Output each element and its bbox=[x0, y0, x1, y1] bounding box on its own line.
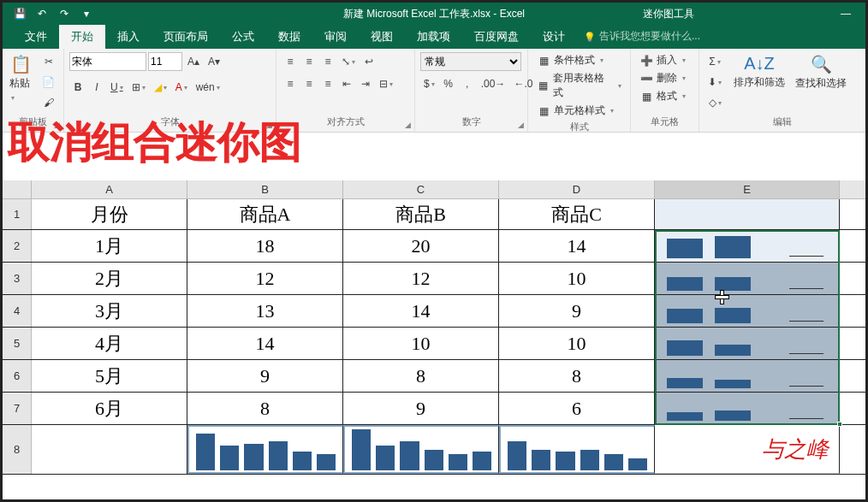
row-header[interactable]: 7 bbox=[3, 393, 32, 424]
delete-cells-button[interactable]: ➖删除 bbox=[636, 70, 689, 86]
currency-icon[interactable]: $ bbox=[420, 74, 438, 93]
copy-icon[interactable]: 📄 bbox=[39, 73, 58, 92]
dialog-launcher-icon[interactable]: ◢ bbox=[515, 120, 526, 130]
orientation-icon[interactable]: ⤡ bbox=[338, 52, 359, 71]
cell-styles-button[interactable]: ▦单元格样式 bbox=[533, 103, 625, 119]
font-color-button[interactable]: A bbox=[172, 78, 191, 97]
col-header-D[interactable]: D bbox=[499, 180, 655, 198]
tell-me[interactable]: 告诉我您想要做什么... bbox=[577, 24, 707, 49]
indent-increase-icon[interactable]: ⇥ bbox=[357, 74, 374, 93]
find-select-button[interactable]: 🔍 查找和选择 bbox=[794, 52, 848, 92]
fill-color-button[interactable]: ◢ bbox=[151, 78, 170, 97]
align-top-icon[interactable]: ≡ bbox=[282, 52, 299, 71]
cell[interactable] bbox=[655, 199, 840, 229]
row-header[interactable]: 4 bbox=[3, 295, 32, 327]
cell[interactable]: 商品A bbox=[187, 199, 343, 229]
percent-icon[interactable]: % bbox=[440, 74, 457, 93]
tab-view[interactable]: 视图 bbox=[359, 25, 405, 49]
cell[interactable] bbox=[32, 425, 187, 474]
row-header[interactable]: 5 bbox=[3, 328, 32, 359]
row-header[interactable]: 2 bbox=[3, 230, 32, 262]
sort-filter-button[interactable]: A↓Z 排序和筛选 bbox=[732, 52, 787, 92]
cell[interactable]: 8 bbox=[499, 360, 655, 392]
row-header[interactable]: 8 bbox=[3, 425, 32, 474]
cell[interactable]: 5月 bbox=[32, 360, 187, 392]
align-left-icon[interactable]: ≡ bbox=[282, 74, 299, 93]
align-center-icon[interactable]: ≡ bbox=[300, 74, 318, 93]
align-bottom-icon[interactable]: ≡ bbox=[319, 52, 336, 71]
qat-dropdown-icon[interactable]: ▾ bbox=[76, 5, 97, 22]
cell[interactable]: 6 bbox=[499, 393, 655, 424]
decrease-font-icon[interactable]: A▾ bbox=[205, 52, 223, 71]
cell[interactable]: 月份 bbox=[32, 199, 187, 229]
tab-data[interactable]: 数据 bbox=[266, 25, 312, 49]
cell[interactable]: 10 bbox=[499, 328, 655, 359]
cell[interactable]: 14 bbox=[343, 295, 499, 327]
phonetic-button[interactable]: wén bbox=[193, 78, 223, 97]
sparkline-cell[interactable] bbox=[655, 360, 840, 392]
col-header-E[interactable]: E bbox=[655, 180, 840, 198]
font-name-select[interactable] bbox=[69, 52, 146, 71]
tab-design[interactable]: 设计 bbox=[531, 25, 577, 49]
tab-review[interactable]: 审阅 bbox=[312, 25, 359, 49]
align-right-icon[interactable]: ≡ bbox=[319, 74, 336, 93]
tab-file[interactable]: 文件 bbox=[13, 25, 59, 49]
signature-cell[interactable]: 与之峰 bbox=[655, 425, 840, 474]
cell[interactable]: 8 bbox=[187, 393, 343, 424]
worksheet[interactable]: A B C D E 1 月份 商品A 商品B 商品C 2 1月 18 20 14… bbox=[3, 180, 865, 499]
insert-cells-button[interactable]: ➕插入 bbox=[636, 52, 689, 68]
cell[interactable]: 14 bbox=[187, 328, 343, 359]
border-button[interactable]: ⊞ bbox=[128, 78, 149, 97]
cell[interactable]: 1月 bbox=[32, 230, 187, 262]
minimize-icon[interactable]: — bbox=[826, 3, 865, 25]
tab-page-layout[interactable]: 页面布局 bbox=[152, 25, 220, 49]
sparkline-cell[interactable] bbox=[655, 230, 840, 262]
cell[interactable]: 18 bbox=[187, 230, 343, 262]
cell[interactable]: 12 bbox=[187, 263, 343, 294]
increase-decimal-icon[interactable]: .00→ bbox=[478, 74, 509, 93]
cell[interactable]: 14 bbox=[499, 230, 655, 262]
increase-font-icon[interactable]: A▴ bbox=[184, 52, 203, 71]
col-header-B[interactable]: B bbox=[187, 180, 343, 198]
dialog-launcher-icon[interactable]: ◢ bbox=[264, 120, 274, 130]
conditional-format-button[interactable]: ▦条件格式 bbox=[533, 52, 625, 68]
cell[interactable]: 2月 bbox=[32, 263, 187, 294]
paste-button[interactable]: 📋 粘贴 bbox=[8, 52, 33, 104]
cell[interactable]: 商品C bbox=[499, 199, 655, 229]
sparkline-cell[interactable] bbox=[499, 425, 655, 474]
row-header[interactable]: 1 bbox=[3, 199, 32, 229]
cut-icon[interactable]: ✂ bbox=[39, 52, 58, 71]
dialog-launcher-icon[interactable]: ◢ bbox=[402, 120, 413, 130]
col-header-A[interactable]: A bbox=[32, 180, 187, 198]
dialog-launcher-icon[interactable]: ◢ bbox=[51, 120, 62, 130]
sparkline-cell[interactable] bbox=[655, 393, 840, 424]
col-header-C[interactable]: C bbox=[343, 180, 499, 198]
underline-button[interactable]: U bbox=[107, 78, 127, 97]
cell[interactable]: 8 bbox=[343, 360, 499, 392]
format-painter-icon[interactable]: 🖌 bbox=[39, 93, 58, 112]
fill-handle[interactable] bbox=[837, 422, 842, 427]
italic-button[interactable]: I bbox=[88, 78, 105, 97]
cell[interactable]: 12 bbox=[343, 263, 499, 294]
cell[interactable]: 20 bbox=[343, 230, 499, 262]
tab-formulas[interactable]: 公式 bbox=[220, 25, 266, 49]
sparkline-cell[interactable] bbox=[187, 425, 343, 474]
cell[interactable]: 9 bbox=[499, 295, 655, 327]
wrap-text-icon[interactable]: ↩ bbox=[360, 52, 378, 71]
select-all-corner[interactable] bbox=[3, 180, 32, 198]
sparkline-cell[interactable] bbox=[343, 425, 499, 474]
sparkline-cell[interactable] bbox=[655, 263, 840, 294]
tab-baidu-netdisk[interactable]: 百度网盘 bbox=[462, 25, 531, 49]
cell[interactable]: 10 bbox=[343, 328, 499, 359]
clear-button[interactable]: ◇ bbox=[705, 93, 725, 112]
cell[interactable]: 9 bbox=[187, 360, 343, 392]
cell[interactable]: 13 bbox=[187, 295, 343, 327]
autosum-button[interactable]: Σ bbox=[705, 52, 725, 71]
font-size-select[interactable] bbox=[148, 52, 182, 71]
tab-addins[interactable]: 加载项 bbox=[405, 25, 462, 49]
cell[interactable]: 4月 bbox=[32, 328, 187, 359]
indent-decrease-icon[interactable]: ⇤ bbox=[338, 74, 355, 93]
fill-button[interactable]: ⬇ bbox=[705, 73, 725, 92]
row-header[interactable]: 3 bbox=[3, 263, 32, 294]
number-format-select[interactable]: 常规 bbox=[420, 52, 521, 71]
